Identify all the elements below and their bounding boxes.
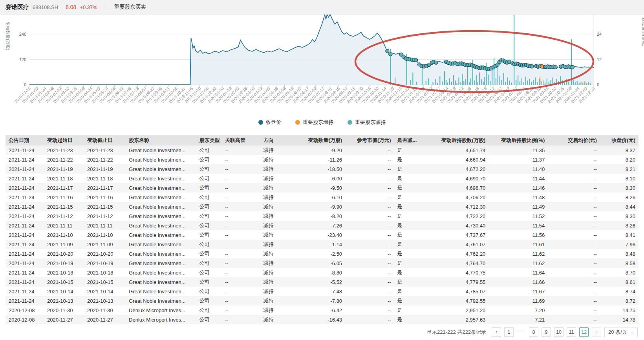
chart-legend: 收盘价 重要股东增持 重要股东减持 [0,118,644,127]
cell-9: 是 [394,268,426,277]
table-row: 2021-11-242021-10-132021-10-13Great Nobl… [5,296,639,305]
column-header-13: 收盘价(元) [600,135,639,145]
cell-2: 2021-11-09 [84,240,126,249]
cell-3: Great Noble Investmen... [126,211,196,221]
cell-1: 2021-11-11 [44,221,84,230]
cell-10: 4,764.70 [425,258,488,268]
cell-8: -- [345,268,394,277]
table-row: 2021-11-242021-11-162021-11-16Great Nobl… [5,193,639,202]
legend-item-decrease[interactable]: 重要股东减持 [348,119,386,126]
cell-7: -5.52 [295,277,346,287]
table-row: 2021-11-242021-11-152021-11-15Great Nobl… [5,202,639,211]
legend-item-increase[interactable]: 重要股东增持 [295,119,333,126]
column-header-5: 关联高管 [222,135,260,145]
cell-6: 减持 [260,268,295,277]
cell-0: 2020-12-08 [5,315,44,324]
cell-12: -- [548,174,600,183]
cell-6: 减持 [260,249,295,258]
cell-11: 11.62 [488,249,548,258]
page-button-12[interactable]: 12 [579,327,589,337]
cell-1: 2021-11-19 [44,164,84,174]
cell-5: -- [222,305,260,315]
cell-2: 2021-11-23 [84,145,126,155]
prev-page-button[interactable]: ‹ [492,327,501,337]
table-header-row: 公告日期变动起始日变动截止日股东名称股东类型关联高管方向变动数量(万股)参考市值… [5,135,639,145]
cell-8: -- [345,164,394,174]
legend-item-close-price[interactable]: 收盘价 [258,119,281,126]
cell-0: 2020-12-08 [5,305,44,315]
table-row: 2021-11-242021-10-192021-10-19Great Nobl… [5,258,639,268]
cell-10: 2,951.20 [425,305,488,315]
cell-1: 2021-11-17 [44,183,84,193]
cell-7: -11.26 [295,155,346,164]
page-size-select[interactable]: 20 条/页 ⌄ [604,327,638,337]
svg-text:12: 12 [597,57,602,62]
cell-7: -9.20 [295,145,346,155]
cell-7: -8.20 [295,211,346,221]
cell-2: 2021-11-17 [84,183,126,193]
cell-3: Great Noble Investmen... [126,202,196,211]
legend-label-decrease: 重要股东减持 [355,119,386,126]
cell-5: -- [222,230,260,240]
cell-12: -- [548,315,600,324]
cell-2: 2020-11-30 [84,305,126,315]
page-button-1[interactable]: 1 [504,327,514,337]
page-button-9[interactable]: 9 [542,327,551,337]
cell-9: 是 [394,296,426,305]
cell-13: 8.58 [600,258,639,268]
shareholder-trade-chart[interactable]: 2018-12-252019-01-092019-01-242019-02-08… [0,15,644,116]
pagination-bar: 显示221-222 共222条记录 ‹ 1···89101112 › 20 条/… [0,324,644,337]
page-button-11[interactable]: 11 [567,327,576,337]
cell-6: 减持 [260,202,295,211]
cell-2: 2021-11-19 [84,164,126,174]
cell-1: 2021-10-19 [44,258,84,268]
cell-9: 是 [394,315,426,324]
cell-12: -- [548,155,600,164]
next-page-button[interactable]: › [592,327,601,337]
cell-12: -- [548,183,600,193]
table-row: 2021-11-242021-10-142021-10-14Great Nobl… [5,287,639,296]
svg-text:24: 24 [597,32,602,36]
cell-0: 2021-11-24 [5,183,44,193]
cell-8: -- [345,305,394,315]
chevron-down-icon: ⌄ [630,330,634,334]
table-row: 2021-11-242021-10-152021-10-15Great Nobl… [5,277,639,287]
cell-8: -- [345,258,394,268]
cell-11: 11.64 [488,268,548,277]
cell-10: 4,696.70 [425,183,488,193]
page-button-10[interactable]: 10 [554,327,564,337]
page-button-8[interactable]: 8 [529,327,538,337]
cell-9: 是 [394,145,426,155]
cell-6: 减持 [260,230,295,240]
cell-13: 14.78 [600,315,639,324]
column-header-8: 参考市值(万元) [345,135,394,145]
cell-1: 2021-11-10 [44,230,84,240]
cell-8: -- [345,221,394,230]
cell-8: -- [345,315,394,324]
cell-2: 2021-11-15 [84,202,126,211]
cell-9: 是 [394,211,426,221]
cell-3: Great Noble Investmen... [126,277,196,287]
cell-1: 2021-11-09 [44,240,84,249]
cell-3: Great Noble Investmen... [126,249,196,258]
cell-13: 8.26 [600,193,639,202]
cell-2: 2021-11-22 [84,155,126,164]
cell-4: 公司 [196,230,222,240]
cell-6: 减持 [260,258,295,268]
svg-text:120: 120 [19,57,26,62]
cell-4: 公司 [196,305,222,315]
tab-important-shareholder-trades[interactable]: 重要股东买卖 [114,4,146,11]
cell-7: -23.40 [295,230,346,240]
cell-1: 2020-11-27 [44,315,84,324]
stock-name: 赛诺医疗 [5,4,29,11]
column-header-9: 是否减... [394,135,426,145]
cell-1: 2021-11-23 [44,145,84,155]
column-header-10: 变动后持股数(万股) [425,135,488,145]
cell-12: -- [548,258,600,268]
cell-6: 减持 [260,164,295,174]
cell-9: 是 [394,183,426,193]
cell-4: 公司 [196,315,222,324]
cell-0: 2021-11-24 [5,174,44,183]
table-row: 2021-11-242021-11-112021-11-11Great Nobl… [5,221,639,230]
cell-12: -- [548,211,600,221]
